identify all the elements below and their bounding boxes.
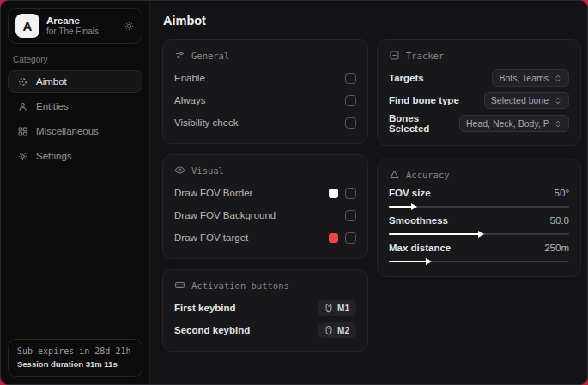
fov-size-slider[interactable] xyxy=(389,206,569,208)
setting-label: Enable xyxy=(174,73,205,83)
session-duration-text: Session duration 31m 11s xyxy=(17,359,133,369)
chevron-up-down-icon xyxy=(554,119,562,129)
activation-card: Activation buttons First keybind M1 xyxy=(162,269,368,352)
sidebar-item-aimbot[interactable]: Aimbot xyxy=(8,70,142,93)
always-checkbox[interactable] xyxy=(345,95,356,106)
setting-row-draw-fov-target: Draw FOV target xyxy=(174,228,356,247)
setting-row-draw-fov-border: Draw FOV Border xyxy=(174,183,356,202)
select-value: Selected bone xyxy=(491,95,549,105)
sidebar-item-label: Entities xyxy=(36,101,69,111)
select-value: Bots, Teams xyxy=(499,73,549,83)
smoothness-slider[interactable] xyxy=(389,233,569,235)
person-icon xyxy=(17,101,28,112)
accuracy-card-title: Accuracy xyxy=(406,170,450,180)
column-left: General Enable Always Visibility check xyxy=(162,39,368,352)
second-keybind-button[interactable]: M2 xyxy=(318,322,356,338)
slider-fill xyxy=(389,206,412,208)
settings-gear-icon[interactable] xyxy=(124,21,135,32)
column-right: Tracker Targets Bots, Teams xyxy=(377,39,581,277)
sidebar: A Arcane for The Finals Category xyxy=(1,1,150,384)
setting-label: Bones Selected xyxy=(389,113,459,134)
sidebar-item-label: Settings xyxy=(36,151,72,161)
fov-target-color-swatch[interactable] xyxy=(329,233,338,243)
setting-label: Find bone type xyxy=(389,95,459,105)
setting-row-visibility-check: Visibility check xyxy=(174,113,356,132)
gear-icon xyxy=(17,151,28,162)
sidebar-item-settings[interactable]: Settings xyxy=(8,145,142,167)
find-bone-type-select[interactable]: Selected bone xyxy=(484,92,569,109)
setting-row-draw-fov-background: Draw FOV Background xyxy=(174,206,356,225)
slider-fill xyxy=(389,261,427,262)
first-keybind-button[interactable]: M1 xyxy=(318,300,356,316)
max-distance-slider-block: Max distance 250m xyxy=(389,243,569,262)
accuracy-card: Accuracy FOV size 50° Smoothness xyxy=(377,159,581,277)
setting-label: Draw FOV Border xyxy=(174,188,252,198)
enable-checkbox[interactable] xyxy=(345,73,356,84)
brand-card: A Arcane for The Finals xyxy=(8,8,142,44)
chevron-up-down-icon xyxy=(554,74,562,83)
setting-row-first-keybind: First keybind M1 xyxy=(174,298,356,317)
app-subtitle: for The Finals xyxy=(46,27,117,37)
chevron-up-down-icon xyxy=(554,96,562,105)
slider-fill xyxy=(389,233,479,235)
visual-card-title: Visual xyxy=(191,165,224,176)
slider-value: 50° xyxy=(555,188,569,198)
visual-card: Visual Draw FOV Border Draw FOV Backgrou… xyxy=(162,154,368,259)
targets-select[interactable]: Bots, Teams xyxy=(492,69,569,87)
draw-fov-background-checkbox[interactable] xyxy=(345,210,356,221)
activation-card-title: Activation buttons xyxy=(191,280,289,291)
app-window: A Arcane for The Finals Category xyxy=(0,0,588,385)
session-card: Sub expires in 28d 21h Session duration … xyxy=(8,339,142,377)
sidebar-nav: Aimbot Entities xyxy=(8,70,142,167)
draw-fov-target-checkbox[interactable] xyxy=(345,232,356,244)
grid-icon xyxy=(17,126,28,137)
slider-value: 250m xyxy=(544,243,569,253)
setting-label: Draw FOV target xyxy=(174,232,248,243)
bones-selected-select[interactable]: Head, Neck, Body, Pe.. xyxy=(459,115,569,132)
mouse-icon xyxy=(324,325,333,335)
sub-expires-text: Sub expires in 28d 21h xyxy=(17,346,133,356)
triangle-icon xyxy=(389,169,400,180)
scan-icon xyxy=(389,50,400,61)
sidebar-item-label: Aimbot xyxy=(36,76,67,87)
visibility-check-checkbox[interactable] xyxy=(345,117,356,129)
sidebar-item-entities[interactable]: Entities xyxy=(8,95,142,117)
setting-label: Always xyxy=(174,95,205,105)
setting-row-targets: Targets Bots, Teams xyxy=(389,69,569,87)
mouse-icon xyxy=(324,303,333,313)
setting-row-enable: Enable xyxy=(174,69,356,87)
sliders-icon xyxy=(174,50,185,61)
general-card: General Enable Always Visibility check xyxy=(162,39,368,144)
keybind-value: M1 xyxy=(337,304,349,313)
sidebar-item-miscellaneous[interactable]: Miscellaneous xyxy=(8,120,142,142)
category-label: Category xyxy=(13,55,137,64)
setting-label: Visibility check xyxy=(174,117,239,128)
sidebar-spacer xyxy=(8,167,142,339)
draw-fov-border-checkbox[interactable] xyxy=(345,188,356,199)
activation-card-header: Activation buttons xyxy=(174,280,356,291)
tracker-card: Tracker Targets Bots, Teams xyxy=(377,39,581,146)
brand-text: Arcane for The Finals xyxy=(46,15,117,37)
setting-row-second-keybind: Second keybind M2 xyxy=(174,321,356,340)
eye-icon xyxy=(174,165,185,176)
tracker-card-header: Tracker xyxy=(389,50,569,61)
setting-row-bones-selected: Bones Selected Head, Neck, Body, Pe.. xyxy=(389,113,569,134)
app-logo: A xyxy=(15,14,39,38)
sidebar-item-label: Miscellaneous xyxy=(36,126,99,136)
setting-label: Second keybind xyxy=(174,325,250,335)
page-title: Aimbot xyxy=(163,14,581,27)
setting-row-find-bone-type: Find bone type Selected bone xyxy=(389,91,569,110)
setting-row-always: Always xyxy=(174,91,356,110)
visual-card-header: Visual xyxy=(174,165,356,176)
max-distance-slider[interactable] xyxy=(389,261,569,262)
fov-size-slider-block: FOV size 50° xyxy=(389,188,569,208)
accuracy-card-header: Accuracy xyxy=(389,169,569,180)
setting-label: Targets xyxy=(389,73,424,83)
general-card-title: General xyxy=(191,51,229,61)
setting-label: First keybind xyxy=(174,303,236,313)
fov-border-color-swatch[interactable] xyxy=(329,189,338,198)
select-value: Head, Neck, Body, Pe.. xyxy=(466,118,549,129)
slider-label: Max distance xyxy=(389,243,451,253)
app-name: Arcane xyxy=(46,15,117,27)
smoothness-slider-block: Smoothness 50.0 xyxy=(389,215,569,235)
